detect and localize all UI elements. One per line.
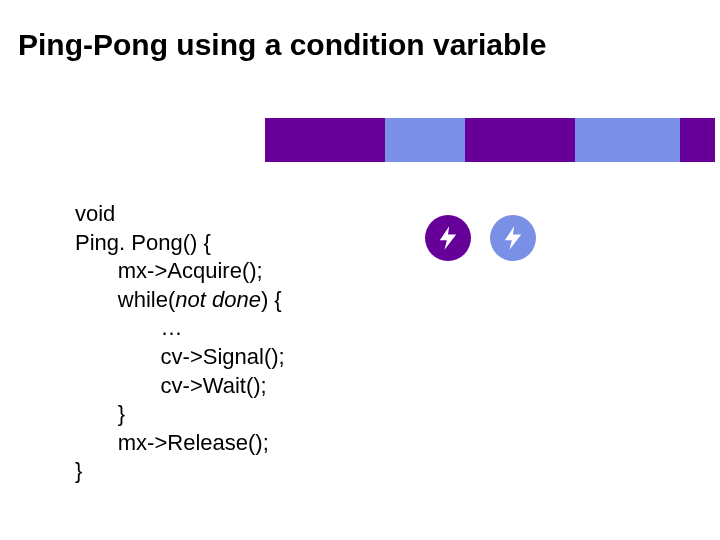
code-line: mx->Release(); <box>75 430 269 455</box>
timeline-segment-purple-2 <box>465 118 575 162</box>
code-line: void <box>75 201 115 226</box>
code-line: ) { <box>261 287 282 312</box>
timeline-segment-purple-1 <box>265 118 385 162</box>
thread-token-blue <box>490 215 536 261</box>
timeline-bar <box>265 118 715 162</box>
code-line: cv->Wait(); <box>75 373 267 398</box>
code-line: mx->Acquire(); <box>75 258 263 283</box>
thread-token-purple <box>425 215 471 261</box>
timeline-segment-blue-2 <box>575 118 680 162</box>
code-italic: not done <box>175 287 261 312</box>
code-line: Ping. Pong() { <box>75 230 211 255</box>
slide-title: Ping-Pong using a condition variable <box>18 28 546 62</box>
lightning-icon <box>499 224 527 252</box>
slide: Ping-Pong using a condition variable voi… <box>0 0 720 540</box>
timeline-segment-blue-1 <box>385 118 465 162</box>
code-line: } <box>75 401 125 426</box>
code-line: } <box>75 458 82 483</box>
timeline-segment-purple-3 <box>680 118 715 162</box>
code-line: cv->Signal(); <box>75 344 285 369</box>
lightning-icon <box>434 224 462 252</box>
code-line: … <box>75 315 183 340</box>
code-block: void Ping. Pong() { mx->Acquire(); while… <box>75 200 285 486</box>
code-line: while( <box>75 287 175 312</box>
